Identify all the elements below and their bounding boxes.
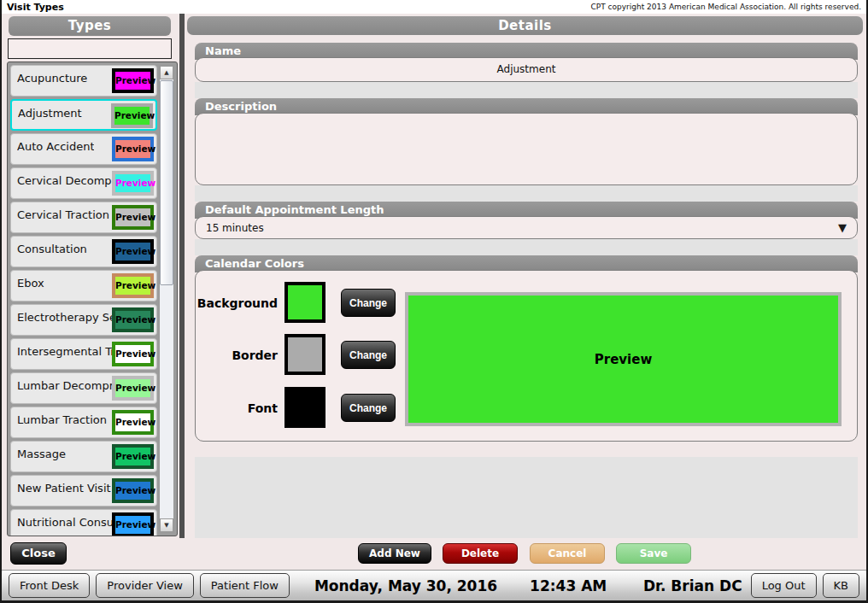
close-button[interactable]: Close	[10, 542, 67, 565]
provider-view-button[interactable]: Provider View	[96, 573, 194, 598]
color-preview-box: Preview	[405, 292, 842, 426]
details-panel-header: Details	[187, 16, 863, 35]
scrollbar-thumb[interactable]	[160, 80, 173, 285]
types-search-input[interactable]	[8, 38, 172, 59]
visit-type-label: Lumbar Traction	[17, 413, 107, 426]
front-desk-button[interactable]: Front Desk	[9, 573, 90, 598]
visit-type-row[interactable]: Lumbar Decompress Preview	[10, 372, 157, 404]
current-date: Monday, May 30, 2016	[314, 577, 497, 594]
status-bar: Front Desk Provider View Patient Flow Mo…	[2, 570, 866, 600]
visit-type-label: Auto Accident	[17, 140, 94, 153]
visit-type-row[interactable]: Acupuncture Preview	[10, 65, 157, 97]
visit-type-label: Intersegmental Trac	[17, 345, 118, 358]
visit-type-label: Consultation	[17, 243, 87, 255]
delete-button[interactable]: Delete	[443, 543, 518, 564]
cancel-button[interactable]: Cancel	[530, 543, 605, 564]
visit-types-window: Visit Types CPT copyright 2013 American …	[0, 0, 868, 603]
font-color-label: Font	[196, 401, 278, 415]
types-scrollbar[interactable]: ▲ ▼	[159, 65, 174, 533]
scroll-down-icon[interactable]: ▼	[160, 518, 173, 532]
visit-type-row[interactable]: Nutritional Consultat Preview	[10, 509, 157, 536]
visit-type-preview-button[interactable]: Preview	[112, 410, 154, 435]
calendar-colors-body: Background Change Border Change Font Cha…	[195, 270, 858, 442]
visit-type-row[interactable]: Auto Accident Preview	[10, 133, 157, 165]
logged-in-user: Dr. Brian DC	[643, 577, 742, 594]
background-color-swatch	[284, 282, 326, 323]
visit-type-label: Acupuncture	[17, 72, 87, 85]
visit-type-label: Cervical Decompress	[17, 174, 118, 187]
name-section: Name Adjustment	[195, 43, 858, 82]
visit-type-preview-button[interactable]: Preview	[112, 239, 154, 264]
current-time: 12:43 AM	[530, 577, 607, 594]
copyright-text: CPT copyright 2013 American Medical Asso…	[591, 3, 861, 11]
section-gap	[195, 185, 858, 202]
visit-type-row[interactable]: Ebox Preview	[10, 270, 157, 302]
scroll-up-icon[interactable]: ▲	[160, 66, 173, 79]
description-section: Description	[195, 98, 858, 185]
name-field[interactable]: Adjustment	[195, 57, 858, 82]
visit-type-row[interactable]: Adjustment Preview	[10, 99, 157, 131]
visit-type-row[interactable]: Lumbar Traction Preview	[10, 407, 157, 438]
change-border-button[interactable]: Change	[341, 341, 396, 369]
chevron-down-icon: ▼	[838, 221, 847, 234]
visit-type-preview-button[interactable]: Preview	[112, 137, 154, 161]
visit-type-label: Electrotherapy Sessi	[17, 311, 118, 324]
types-panel-header: Types	[9, 16, 171, 36]
section-gap	[195, 239, 858, 255]
appointment-length-dropdown[interactable]: 15 minutes ▼	[195, 216, 858, 239]
visit-type-preview-button[interactable]: Preview	[111, 103, 153, 128]
section-gap	[195, 82, 858, 98]
appointment-length-section: Default Appointment Length 15 minutes ▼	[195, 202, 858, 239]
change-font-button[interactable]: Change	[341, 394, 396, 422]
appointment-length-value: 15 minutes	[206, 222, 264, 234]
log-out-button[interactable]: Log Out	[751, 573, 817, 598]
description-field[interactable]	[195, 113, 858, 185]
visit-type-preview-button[interactable]: Preview	[112, 444, 154, 469]
visit-type-label: Adjustment	[18, 107, 82, 120]
border-color-label: Border	[196, 348, 278, 362]
visit-type-label: Ebox	[17, 277, 44, 290]
border-color-swatch	[284, 334, 326, 375]
visit-type-label: Lumbar Decompress	[17, 379, 118, 392]
visit-type-row[interactable]: Intersegmental Trac Preview	[10, 338, 157, 370]
patient-flow-button[interactable]: Patient Flow	[200, 573, 290, 598]
background-color-label: Background	[196, 296, 278, 310]
visit-type-label: Nutritional Consultat	[17, 516, 118, 529]
page-title: Visit Types	[7, 2, 64, 13]
action-button-band: Close Add New Delete Cancel Save	[2, 538, 866, 570]
visit-type-label: Massage	[17, 448, 66, 460]
visit-type-preview-button[interactable]: Preview	[112, 342, 154, 366]
visit-type-row[interactable]: Cervical Traction Preview	[10, 202, 157, 233]
visit-type-preview-button[interactable]: Preview	[112, 273, 154, 298]
visit-type-label: New Patient Visit	[17, 482, 111, 495]
visit-type-row[interactable]: Consultation Preview	[10, 236, 157, 267]
visit-type-preview-button[interactable]: Preview	[112, 68, 154, 93]
visit-type-row[interactable]: Electrotherapy Sessi Preview	[10, 304, 157, 336]
panel-divider	[179, 14, 185, 538]
visit-type-preview-button[interactable]: Preview	[112, 376, 154, 401]
visit-type-preview-button[interactable]: Preview	[112, 478, 154, 503]
save-button[interactable]: Save	[616, 543, 691, 564]
change-background-button[interactable]: Change	[341, 289, 396, 317]
kb-button[interactable]: KB	[823, 573, 859, 598]
font-color-swatch	[284, 387, 326, 428]
details-panel: Name Adjustment Description Default Appo…	[186, 35, 865, 538]
visit-type-row[interactable]: New Patient Visit Preview	[10, 475, 157, 506]
visit-type-label: Cervical Traction	[17, 208, 109, 221]
visit-type-row[interactable]: Cervical Decompress Preview	[10, 167, 157, 199]
visit-type-preview-button[interactable]: Preview	[112, 512, 154, 536]
calendar-colors-section: Calendar Colors Background Change Border…	[195, 255, 858, 442]
visit-type-preview-button[interactable]: Preview	[112, 171, 154, 196]
visit-type-row[interactable]: Massage Preview	[10, 441, 157, 472]
visit-type-preview-button[interactable]: Preview	[112, 307, 154, 332]
visit-type-preview-button[interactable]: Preview	[112, 205, 154, 230]
types-list[interactable]: Acupuncture Preview Adjustment Preview A…	[7, 61, 178, 536]
add-new-button[interactable]: Add New	[358, 543, 431, 564]
empty-area	[195, 457, 858, 546]
title-strip: Visit Types CPT copyright 2013 American …	[2, 0, 866, 14]
